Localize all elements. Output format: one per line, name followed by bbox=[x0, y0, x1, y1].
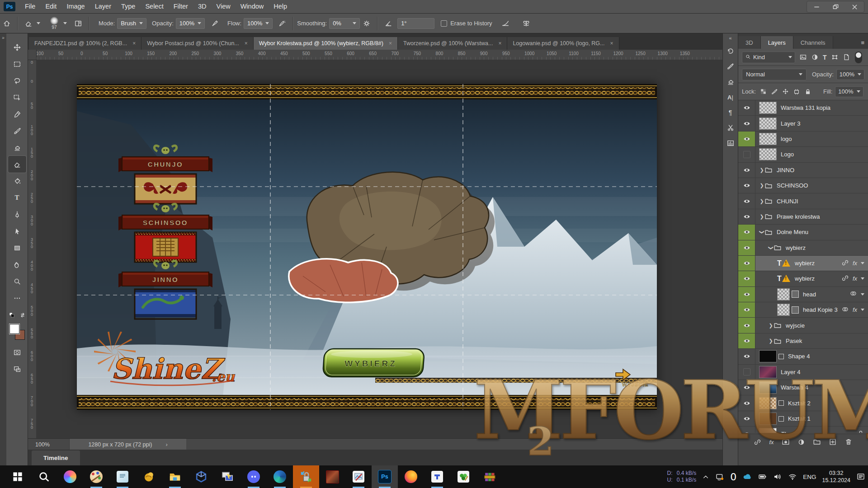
layer-name[interactable]: wyjscie bbox=[786, 322, 805, 329]
layer-row[interactable]: ❯Pasek bbox=[738, 333, 868, 349]
lock-all-icon[interactable] bbox=[804, 88, 811, 95]
mode-select[interactable]: Brush bbox=[117, 18, 146, 29]
clone-source-panel-icon[interactable] bbox=[724, 75, 737, 89]
layer-row[interactable]: Kształt 2 bbox=[738, 395, 868, 411]
document-info[interactable]: 1280 px x 720 px (72 ppi) › bbox=[70, 439, 186, 450]
link-button[interactable] bbox=[754, 438, 761, 446]
visibility-toggle[interactable] bbox=[738, 349, 755, 364]
layer-row[interactable]: Layer 3 bbox=[738, 116, 868, 131]
layer-name[interactable]: Shape 4 bbox=[788, 353, 810, 360]
visibility-toggle[interactable] bbox=[738, 380, 755, 395]
blend-mode-select[interactable]: Normal bbox=[742, 69, 807, 80]
chevron-right-icon[interactable]: ❯ bbox=[759, 198, 764, 204]
visibility-toggle[interactable] bbox=[738, 287, 755, 302]
horizontal-ruler[interactable]: 1005005010015020025030035040045050055060… bbox=[28, 50, 722, 60]
close-tab-icon[interactable]: × bbox=[245, 40, 248, 47]
layer-name[interactable]: Warstwa 4 bbox=[781, 384, 808, 391]
brush-tool[interactable] bbox=[8, 122, 26, 139]
layer-row[interactable]: ❯Dolne Menu bbox=[738, 225, 868, 240]
document-tab[interactable]: Wybor Krolestwa.psd @ 100% (wybierz, RGB… bbox=[254, 37, 398, 50]
libraries-panel-icon[interactable] bbox=[724, 136, 737, 150]
paragraph-panel-icon[interactable]: ¶ bbox=[724, 106, 737, 119]
visibility-toggle[interactable] bbox=[738, 178, 755, 193]
layer-name[interactable]: CHUNJI bbox=[777, 198, 798, 205]
dock-collapse-icon[interactable]: « bbox=[729, 35, 731, 42]
visibility-toggle[interactable] bbox=[738, 193, 755, 208]
zoom-tool[interactable] bbox=[8, 273, 26, 290]
document-tab[interactable]: FANPEJDZ1.psd @ 100% (2, RGB...× bbox=[29, 37, 142, 50]
layer-row[interactable]: Kształt 1 bbox=[738, 411, 868, 427]
document-tab[interactable]: Logowanie.psd @ 100% (logo, RG...× bbox=[507, 37, 619, 50]
filter-type-icon[interactable]: T bbox=[823, 54, 827, 61]
history-panel-icon[interactable] bbox=[724, 44, 737, 58]
layer-name[interactable]: head bbox=[803, 291, 816, 298]
chevron-down-icon[interactable]: ❯ bbox=[768, 245, 774, 250]
screen-rotation-icon[interactable] bbox=[715, 472, 724, 481]
layer-style-chevron-icon[interactable] bbox=[861, 293, 864, 296]
layer-fill-field[interactable]: 100% bbox=[835, 86, 863, 97]
brush-preset-picker[interactable]: 97 bbox=[47, 17, 62, 30]
home-icon[interactable] bbox=[0, 16, 14, 31]
menu-help[interactable]: Help bbox=[269, 0, 292, 13]
character-panel-icon[interactable]: A| bbox=[724, 90, 737, 104]
layer-row[interactable]: head bbox=[738, 287, 868, 302]
color-swatches[interactable] bbox=[9, 324, 25, 341]
quick-mask-icon[interactable] bbox=[8, 344, 26, 361]
adjustment-button[interactable] bbox=[797, 438, 805, 446]
lock-paint-icon[interactable] bbox=[771, 88, 778, 95]
fx-button[interactable]: fx bbox=[769, 439, 774, 446]
taskbar-irfanview[interactable] bbox=[450, 465, 476, 488]
lock-transparency-icon[interactable] bbox=[760, 88, 767, 95]
menu-file[interactable]: File bbox=[20, 0, 40, 13]
visibility-toggle[interactable] bbox=[738, 411, 755, 426]
layer-row[interactable]: Warstwa 131 kopia bbox=[738, 100, 868, 116]
layer-row[interactable]: Shape 4 bbox=[738, 349, 868, 364]
rectangle-tool[interactable] bbox=[8, 239, 26, 256]
brush-angle-input[interactable]: 1° bbox=[397, 18, 434, 29]
layer-row[interactable]: ❯wyjscie bbox=[738, 318, 868, 333]
symmetry-icon[interactable] bbox=[519, 16, 533, 31]
network-speed-widget[interactable]: D: 0.4 kB/s U: 0.1 kB/s bbox=[667, 470, 696, 483]
panel-tab-3d[interactable]: 3D bbox=[738, 36, 761, 49]
eyedropper-tool[interactable] bbox=[8, 106, 26, 122]
layer-row[interactable]: ❯CHUNJI bbox=[738, 193, 868, 209]
lock-move-icon[interactable] bbox=[782, 88, 789, 95]
type-tool[interactable]: T bbox=[8, 189, 26, 206]
menu-select[interactable]: Select bbox=[140, 0, 168, 13]
volume-icon[interactable] bbox=[773, 472, 782, 481]
onedrive-cloud-icon[interactable] bbox=[742, 472, 752, 482]
pen-tool[interactable] bbox=[8, 206, 26, 223]
eraser-tool[interactable] bbox=[8, 156, 26, 173]
pressure-opacity-icon[interactable] bbox=[208, 16, 222, 31]
flow-select[interactable]: 100% bbox=[244, 18, 273, 29]
default-colors-icon[interactable] bbox=[9, 312, 15, 319]
hand-tool[interactable] bbox=[8, 256, 26, 273]
close-tab-icon[interactable]: × bbox=[132, 40, 136, 47]
toggle-brush-panel-icon[interactable] bbox=[71, 16, 85, 31]
panel-tab-layers[interactable]: Layers bbox=[761, 36, 793, 49]
close-icon[interactable] bbox=[845, 2, 864, 12]
layer-name[interactable]: Kształt 1 bbox=[788, 415, 811, 422]
airbrush-icon[interactable] bbox=[275, 16, 289, 31]
mask-button[interactable] bbox=[782, 438, 790, 446]
taskbar-start[interactable] bbox=[5, 465, 31, 488]
delete-button[interactable] bbox=[844, 438, 853, 446]
layer-row[interactable]: logo bbox=[738, 131, 868, 147]
brush-settings-panel-icon[interactable] bbox=[724, 60, 737, 73]
paint-bucket-tool[interactable] bbox=[8, 173, 26, 189]
layer-row[interactable]: Twybierzfx bbox=[738, 271, 868, 286]
taskbar-gold-bird[interactable] bbox=[136, 465, 162, 488]
tray-counter[interactable]: 0 bbox=[730, 471, 736, 483]
layer-name[interactable]: Layer 4 bbox=[781, 369, 800, 375]
chevron-down-icon[interactable]: ❯ bbox=[759, 230, 765, 235]
visibility-toggle[interactable] bbox=[738, 395, 755, 410]
close-tab-icon[interactable]: × bbox=[389, 40, 392, 47]
visibility-toggle[interactable] bbox=[738, 209, 755, 224]
document-tab[interactable]: Tworzenie.psd @ 100% (Warstwa...× bbox=[398, 37, 507, 50]
taskbar-remote-desktop[interactable] bbox=[214, 465, 241, 488]
swap-colors-icon[interactable] bbox=[19, 312, 26, 319]
minimize-icon[interactable] bbox=[807, 2, 826, 12]
language-indicator[interactable]: ENG bbox=[803, 474, 816, 480]
close-tab-icon[interactable]: × bbox=[498, 40, 501, 47]
layer-row[interactable]: ❯Prawe krolestwa bbox=[738, 209, 868, 225]
